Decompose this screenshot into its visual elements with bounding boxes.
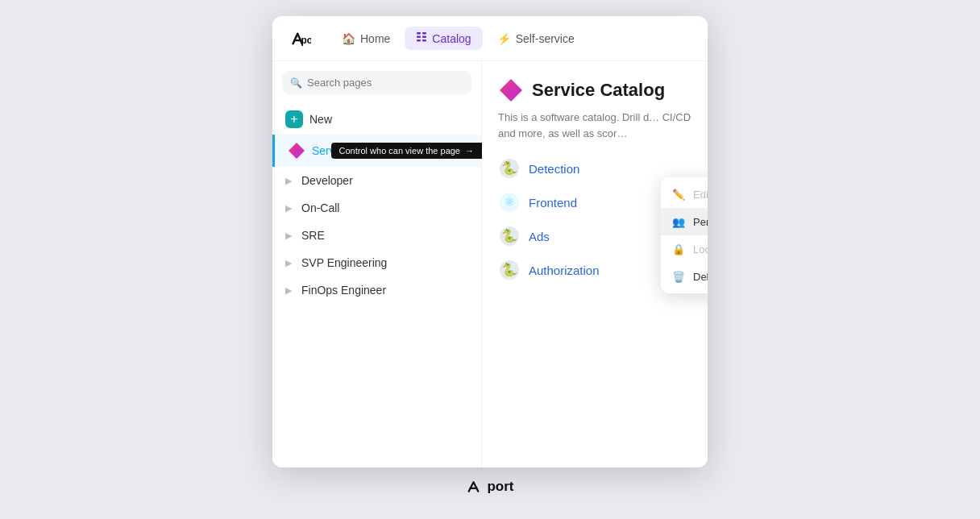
lock-page-label: Lock page xyxy=(693,243,708,255)
sidebar-item-on-call[interactable]: ▶ On-Call xyxy=(272,194,481,222)
permissions-icon: 👥 xyxy=(672,215,685,228)
sidebar-item-finops-label: FinOps Engineer xyxy=(301,284,468,297)
page-title: Service Catalog xyxy=(532,80,665,101)
nav-item-home[interactable]: 🏠 Home xyxy=(330,27,401,50)
search-input[interactable] xyxy=(307,77,463,89)
svg-text:port: port xyxy=(301,35,311,46)
new-icon: + xyxy=(285,110,303,128)
right-panel-wrapper: Service Catalog This is a software catal… xyxy=(482,61,708,467)
ads-label: Ads xyxy=(529,230,550,243)
logo: port xyxy=(289,27,311,50)
frontend-icon: ⚛ xyxy=(498,191,521,214)
svg-rect-5 xyxy=(417,39,421,42)
sidebar-item-on-call-label: On-Call xyxy=(301,201,468,214)
lock-page-icon: 🔒 xyxy=(672,243,685,255)
search-icon: 🔍 xyxy=(290,77,302,89)
nav-item-home-label: Home xyxy=(360,32,390,45)
detection-label: Detection xyxy=(529,162,579,176)
footer-logo: port xyxy=(466,479,513,495)
catalog-icon xyxy=(416,31,427,45)
context-menu-permissions[interactable]: 👥 Permissions xyxy=(661,208,708,235)
context-menu-delete-page[interactable]: 🗑️ Delete page xyxy=(661,263,708,290)
svg-rect-3 xyxy=(417,36,421,39)
self-service-icon: ⚡ xyxy=(497,32,511,45)
chevron-developer: ▶ xyxy=(285,176,292,186)
edit-page-icon: ✏️ xyxy=(672,188,685,201)
chevron-svp: ▶ xyxy=(285,258,292,268)
nav-item-self-service-label: Self-service xyxy=(516,32,575,45)
context-menu: ✏️ Edit page 👥 Permissions 🔒 Lock page 🗑… xyxy=(661,177,708,293)
service-catalog-icon xyxy=(288,142,305,160)
delete-page-icon: 🗑️ xyxy=(672,270,685,283)
chevron-finops: ▶ xyxy=(285,285,292,296)
sidebar: 🔍 + New Service Catalog Control who can … xyxy=(272,61,482,467)
sidebar-item-service-catalog[interactable]: Service Catalog Control who can view the… xyxy=(272,135,481,167)
app-window: port 🏠 Home Catalog xyxy=(272,16,708,467)
sidebar-item-svp-engineering[interactable]: ▶ SVP Engineering xyxy=(272,249,481,276)
svg-rect-4 xyxy=(422,36,426,39)
nav-item-self-service[interactable]: ⚡ Self-service xyxy=(486,27,586,50)
sidebar-new-button[interactable]: + New xyxy=(272,104,481,135)
footer-logo-text: port xyxy=(487,479,513,495)
sidebar-item-sre[interactable]: ▶ SRE xyxy=(272,222,481,249)
svg-text:🐍: 🐍 xyxy=(501,262,517,277)
edit-page-label: Edit page xyxy=(693,189,708,201)
page-description: This is a software catalog. Drill d… CI/… xyxy=(498,110,691,141)
sidebar-item-developer[interactable]: ▶ Developer xyxy=(272,167,481,194)
main-content: 🔍 + New Service Catalog Control who can … xyxy=(272,61,708,467)
sidebar-item-finops-engineer[interactable]: ▶ FinOps Engineer xyxy=(272,276,481,304)
svg-rect-6 xyxy=(422,39,426,42)
sidebar-item-sre-label: SRE xyxy=(301,229,468,242)
frontend-label: Frontend xyxy=(529,196,577,210)
context-menu-lock-page: 🔒 Lock page xyxy=(661,235,708,263)
sidebar-item-svp-label: SVP Engineering xyxy=(301,256,468,269)
nav-item-catalog-label: Catalog xyxy=(432,32,471,45)
svg-text:⚛: ⚛ xyxy=(504,195,515,209)
nav-items: 🏠 Home Catalog ⚡ Self xyxy=(330,27,586,50)
svg-rect-2 xyxy=(422,32,426,35)
top-nav: port 🏠 Home Catalog xyxy=(272,16,708,61)
authorization-icon: 🐍 xyxy=(498,259,521,281)
search-box[interactable]: 🔍 xyxy=(282,71,471,94)
authorization-label: Authorization xyxy=(529,264,600,277)
svg-text:🐍: 🐍 xyxy=(501,228,517,243)
app-footer: port xyxy=(466,467,513,503)
permissions-tooltip: Control who can view the page xyxy=(331,143,482,159)
page-header: Service Catalog xyxy=(498,77,691,103)
page-header-icon xyxy=(498,77,524,103)
chevron-on-call: ▶ xyxy=(285,203,292,214)
detection-icon: 🐍 xyxy=(498,157,521,180)
svg-text:🐍: 🐍 xyxy=(501,160,517,176)
home-icon: 🏠 xyxy=(342,32,355,45)
delete-page-label: Delete page xyxy=(693,271,708,283)
permissions-label: Permissions xyxy=(693,216,708,228)
context-menu-edit-page: ✏️ Edit page xyxy=(661,181,708,208)
nav-item-catalog[interactable]: Catalog xyxy=(405,27,482,50)
sidebar-item-developer-label: Developer xyxy=(301,174,468,187)
svg-rect-1 xyxy=(417,32,421,35)
ads-icon: 🐍 xyxy=(498,225,521,247)
new-label: New xyxy=(309,113,332,126)
catalog-item-detection[interactable]: 🐍 Detection xyxy=(498,157,691,180)
chevron-sre: ▶ xyxy=(285,230,292,241)
